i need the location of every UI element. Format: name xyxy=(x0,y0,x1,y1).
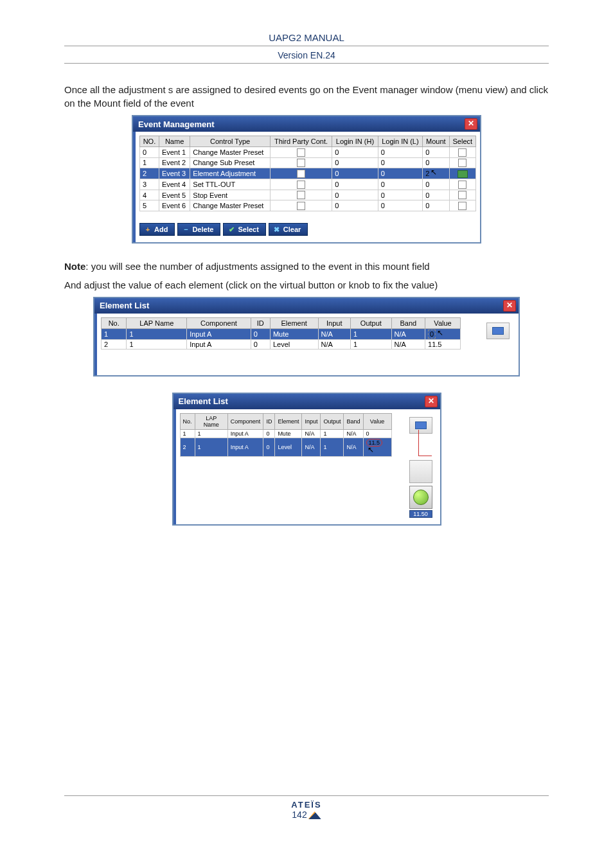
col-third[interactable]: Third Party Cont. xyxy=(270,136,332,147)
table-row[interactable]: 0 Event 1 Change Master Preset 0 0 0 xyxy=(140,147,476,158)
checkbox-icon xyxy=(297,191,305,199)
checkbox-icon xyxy=(297,159,305,167)
page-number: 142 xyxy=(292,810,306,820)
col-mount[interactable]: Mount xyxy=(423,136,449,147)
level-knob[interactable] xyxy=(409,486,432,509)
col-login-h[interactable]: Login IN (H) xyxy=(332,136,378,147)
table-row[interactable]: 2 1 Input A 0 Level N/A 1 N/A 11.5↖ xyxy=(180,438,391,456)
cursor-icon: ↖ xyxy=(368,445,374,454)
table-row[interactable]: 2 Event 3 Element Adjustment 0 0 2↖ xyxy=(140,168,476,179)
checkbox-icon xyxy=(458,181,466,189)
minus-icon: − xyxy=(182,226,190,233)
close-icon[interactable]: ✕ xyxy=(425,396,438,407)
table-row[interactable]: 5 Event 6 Change Master Preset 0 0 0 xyxy=(140,200,476,211)
close-icon[interactable]: ✕ xyxy=(465,118,477,130)
cursor-icon: ↖ xyxy=(437,328,443,337)
element-list-window: Element List ✕ No. LAP Name Component ID… xyxy=(93,297,520,376)
col-ctype[interactable]: Control Type xyxy=(190,136,271,147)
event-management-window: Event Management ✕ NO. Name Control Type… xyxy=(132,115,481,244)
checkbox-icon xyxy=(458,159,466,167)
page-footer: ATEÏS 142 xyxy=(64,795,549,820)
close-icon[interactable]: ✕ xyxy=(503,300,516,312)
check-icon: ✔ xyxy=(227,226,235,233)
col-select[interactable]: Select xyxy=(449,136,475,147)
window-title: Element List xyxy=(179,396,228,406)
element-table-small: No. LAP Name Component ID Element Input … xyxy=(180,413,392,457)
plus-icon: + xyxy=(144,226,152,233)
table-row[interactable]: 4 Event 5 Stop Event 0 0 0 xyxy=(140,190,476,200)
table-row[interactable]: 1 1 Input A 0 Mute N/A 1 N/A 0 xyxy=(180,429,391,438)
checkbox-icon xyxy=(458,148,466,157)
x-icon: ✖ xyxy=(273,226,281,233)
callout-line xyxy=(418,430,432,456)
window-title: Event Management xyxy=(138,120,214,129)
brand-logo: ATEÏS xyxy=(64,800,549,810)
swoosh-icon xyxy=(308,811,321,819)
checkbox-icon xyxy=(458,202,466,210)
table-row[interactable]: 1 Event 2 Change Sub Preset 0 0 0 xyxy=(140,157,476,168)
note-line2: And adjust the value of each element (cl… xyxy=(64,278,549,292)
select-button[interactable]: ✔Select xyxy=(223,223,265,236)
version-label: Version EN.24 xyxy=(64,48,549,64)
element-list-window-small: Element List ✕ 11.50 No. LAP Name Compon… xyxy=(172,393,441,526)
event-table: NO. Name Control Type Third Party Cont. … xyxy=(139,136,476,211)
table-row[interactable]: 2 1 Input A 0 Level N/A 1 N/A 11.5 xyxy=(102,339,461,349)
toolbar: +Add −Delete ✔Select ✖Clear xyxy=(139,223,476,236)
clear-button[interactable]: ✖Clear xyxy=(269,223,308,236)
checkbox-icon xyxy=(458,191,466,199)
col-no[interactable]: NO. xyxy=(140,136,159,147)
checkbox-icon xyxy=(297,148,305,157)
side-panel: 11.50 xyxy=(409,417,432,518)
mute-button-icon[interactable] xyxy=(486,323,510,339)
checkbox-icon xyxy=(297,181,305,189)
intro-paragraph: Once all the adjustment s are assigned t… xyxy=(64,83,549,110)
select-indicator-icon xyxy=(458,170,468,178)
table-row[interactable]: 3 Event 4 Set TTL-OUT 0 0 0 xyxy=(140,179,476,190)
side-panel xyxy=(486,323,510,339)
col-login-l[interactable]: Login IN (L) xyxy=(378,136,423,147)
add-button[interactable]: +Add xyxy=(139,223,175,236)
table-row[interactable]: 1 1 Input A 0 Mute N/A 1 N/A 0↖ xyxy=(102,328,461,339)
window-title: Element List xyxy=(100,301,149,310)
checkbox-icon xyxy=(297,170,305,178)
col-name[interactable]: Name xyxy=(159,136,190,147)
panel-slot xyxy=(409,460,432,483)
checkbox-icon xyxy=(297,202,305,210)
element-table: No. LAP Name Component ID Element Input … xyxy=(101,317,461,350)
delete-button[interactable]: −Delete xyxy=(177,223,220,236)
manual-title: UAPG2 MANUAL xyxy=(64,32,549,46)
cursor-icon: ↖ xyxy=(431,168,437,177)
note-paragraph: Note: you will see the number of adjustm… xyxy=(64,260,549,273)
knob-value: 11.50 xyxy=(409,510,432,518)
